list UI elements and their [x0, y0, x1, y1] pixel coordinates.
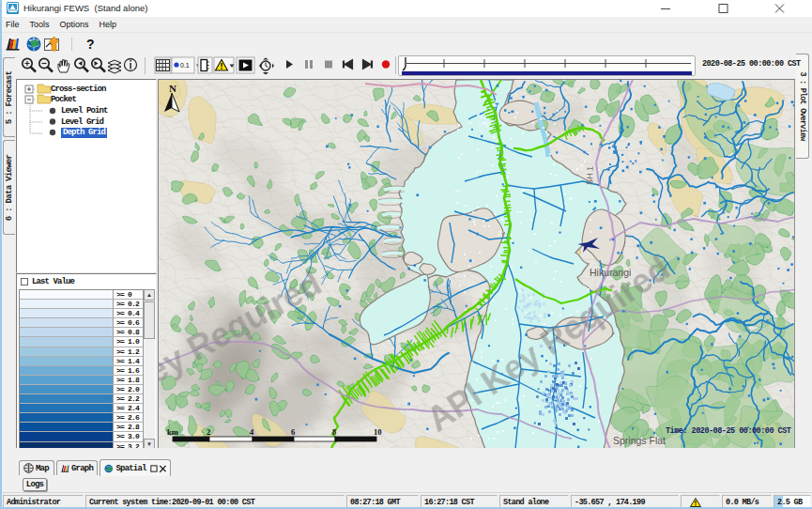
svg-text:Springs Flat: Springs Flat	[613, 435, 666, 446]
svg-text:8: 8	[332, 427, 336, 437]
svg-text:km: km	[167, 427, 178, 437]
svg-text:SH 1: SH 1	[585, 166, 595, 185]
svg-text:10: 10	[374, 427, 382, 437]
svg-text:N: N	[169, 83, 176, 94]
svg-text:0.1: 0.1	[180, 62, 190, 69]
svg-text:Time: 2020-08-25 00:00:00 CST: Time: 2020-08-25 00:00:00 CST	[666, 426, 791, 436]
svg-text:6: 6	[291, 427, 295, 437]
svg-text:?: ?	[86, 37, 95, 52]
svg-text:2: 2	[207, 427, 210, 437]
